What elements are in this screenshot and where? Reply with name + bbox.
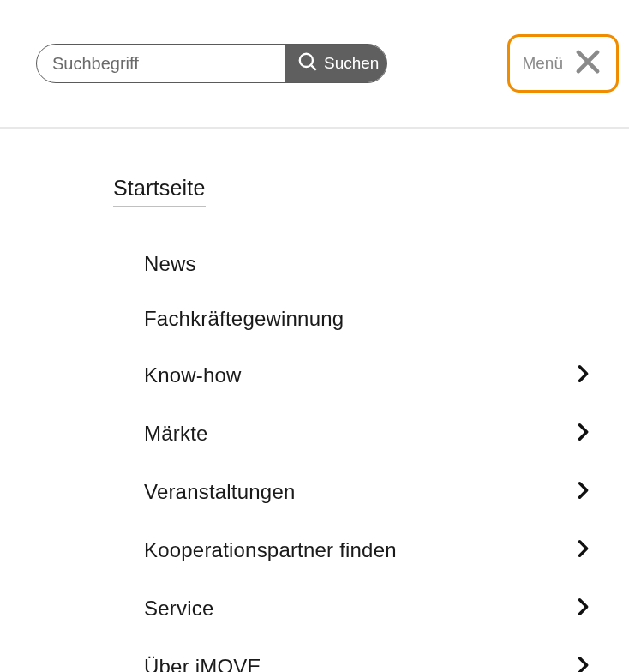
- chevron-right-icon: [571, 420, 595, 447]
- close-icon: [572, 45, 604, 81]
- nav-item[interactable]: Über iMOVE: [144, 638, 595, 672]
- nav-item-label: Fachkräftegewinnung: [144, 307, 344, 331]
- chevron-right-icon: [571, 537, 595, 564]
- chevron-right-icon: [571, 362, 595, 389]
- nav-item-label: Kooperationspartner finden: [144, 538, 397, 562]
- nav-item-label: Know-how: [144, 363, 242, 387]
- search-icon: [297, 51, 319, 77]
- nav-root-link[interactable]: Startseite: [113, 176, 206, 207]
- navigation-menu: Startseite NewsFachkräftegewinnungKnow-h…: [0, 129, 629, 672]
- header: Suchen Menü: [0, 0, 629, 129]
- search-button-label: Suchen: [324, 54, 379, 73]
- search-input[interactable]: [37, 45, 285, 82]
- chevron-right-icon: [571, 653, 595, 672]
- nav-item-label: Über iMOVE: [144, 655, 261, 672]
- nav-item[interactable]: Kooperationspartner finden: [144, 521, 595, 579]
- chevron-right-icon: [571, 595, 595, 622]
- nav-item-label: Service: [144, 597, 213, 621]
- nav-item-label: Veranstaltungen: [144, 480, 295, 504]
- nav-item-label: News: [144, 252, 196, 276]
- search-bar: Suchen: [36, 44, 387, 83]
- nav-item-label: Märkte: [144, 422, 208, 446]
- nav-item[interactable]: Service: [144, 579, 595, 638]
- menu-toggle[interactable]: Menü: [507, 34, 619, 93]
- nav-item[interactable]: Märkte: [144, 405, 595, 463]
- nav-item[interactable]: Fachkräftegewinnung: [144, 291, 595, 346]
- menu-toggle-label: Menü: [522, 54, 563, 73]
- nav-item[interactable]: Veranstaltungen: [144, 463, 595, 521]
- chevron-right-icon: [571, 478, 595, 506]
- svg-line-1: [311, 65, 315, 69]
- nav-list: NewsFachkräftegewinnungKnow-howMärkteVer…: [113, 237, 595, 672]
- svg-point-0: [300, 53, 313, 66]
- search-button[interactable]: Suchen: [285, 45, 387, 82]
- nav-item[interactable]: News: [144, 237, 595, 291]
- nav-item[interactable]: Know-how: [144, 346, 595, 405]
- nav-root-label: Startseite: [113, 176, 206, 200]
